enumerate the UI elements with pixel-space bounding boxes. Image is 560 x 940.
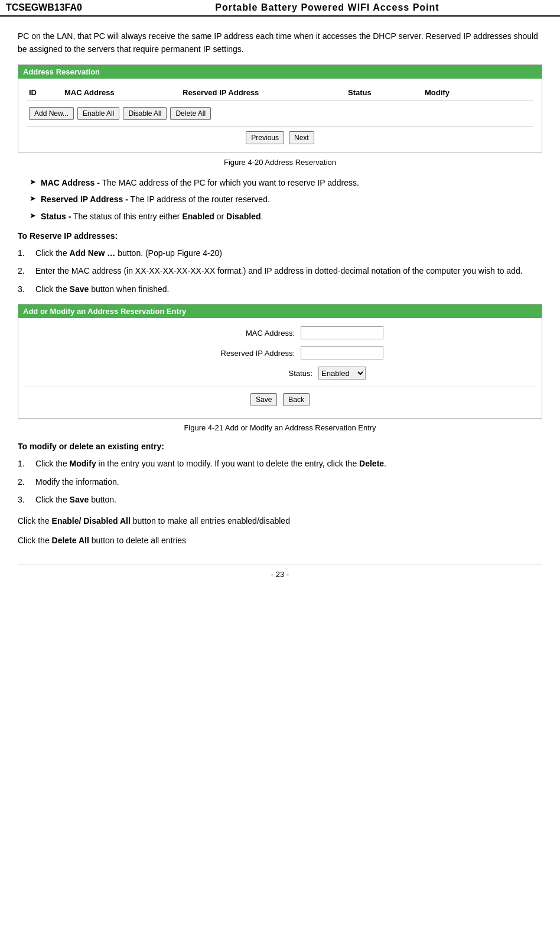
step1-1: 1. Click the Add New … button. (Pop-up F… — [18, 247, 542, 260]
reserved-ip-input[interactable] — [301, 346, 383, 359]
figure-20-box: Address Reservation ID MAC Address Reser… — [18, 64, 542, 153]
table-button-row: Add New... Enable All Disable All Delete… — [27, 101, 533, 127]
disable-all-button[interactable]: Disable All — [123, 107, 167, 120]
back-button[interactable]: Back — [283, 393, 310, 406]
steps1-list: 1. Click the Add New … button. (Pop-up F… — [18, 247, 542, 296]
step1-2-number: 2. — [18, 264, 35, 277]
step1-1-number: 1. — [18, 247, 35, 260]
col-modify-header: Modify — [425, 88, 484, 97]
figure-20-caption: Figure 4-20 Address Reservation — [18, 158, 542, 167]
para2: Click the Delete All button to delete al… — [18, 534, 542, 547]
col-mac-header: MAC Address — [64, 88, 183, 97]
add-new-button[interactable]: Add New... — [29, 107, 74, 120]
mac-address-label: MAC Address: — [177, 329, 295, 338]
step1-1-text: Click the Add New … button. (Pop-up Figu… — [35, 247, 542, 260]
reserved-ip-form-row: Reserved IP Address: — [24, 346, 536, 359]
status-select[interactable]: Enabled Disabled — [318, 367, 366, 380]
step2-2: 2. Modify the information. — [18, 475, 542, 488]
page-footer: - 23 - — [18, 565, 542, 579]
bullet-arrow-3: ➤ — [30, 211, 36, 220]
step2-3: 3. Click the Save button. — [18, 493, 542, 506]
step2-2-text: Modify the information. — [35, 475, 542, 488]
section1-heading: To Reserve IP addresses: — [18, 231, 542, 241]
step1-2: 2. Enter the MAC address (in XX-XX-XX-XX… — [18, 264, 542, 277]
figure-20-body: ID MAC Address Reserved IP Address Statu… — [18, 79, 542, 153]
bullet-item-reserved-ip: ➤ Reserved IP Address - The IP address o… — [18, 193, 542, 206]
step2-1: 1. Click the Modify in the entry you wan… — [18, 457, 542, 470]
delete-all-button[interactable]: Delete All — [170, 107, 211, 120]
step2-2-number: 2. — [18, 475, 35, 488]
pagination-row: Previous Next — [27, 127, 533, 147]
step2-3-number: 3. — [18, 493, 35, 506]
step1-3-text: Click the Save button when finished. — [35, 283, 542, 296]
bullet-arrow-1: ➤ — [30, 177, 36, 186]
figure-21-caption: Figure 4-21 Add or Modify an Address Res… — [18, 423, 542, 432]
col-reserved-header: Reserved IP Address — [183, 88, 348, 97]
mac-address-input[interactable] — [301, 326, 383, 339]
bullet-text-reserved-ip: Reserved IP Address - The IP address of … — [41, 193, 542, 206]
step1-2-text: Enter the MAC address (in XX-XX-XX-XX-XX… — [35, 264, 542, 277]
intro-paragraph: PC on the LAN, that PC will always recei… — [18, 30, 542, 56]
mac-form-row: MAC Address: — [24, 326, 536, 339]
save-button[interactable]: Save — [250, 393, 277, 406]
main-content: PC on the LAN, that PC will always recei… — [0, 24, 560, 597]
table-header-row: ID MAC Address Reserved IP Address Statu… — [27, 85, 533, 101]
section2-heading: To modify or delete an existing entry: — [18, 442, 542, 451]
device-model: TCSEGWB13FA0 — [6, 2, 100, 13]
bullet-text-status: Status - The status of this entry either… — [41, 210, 542, 223]
bullet-section: ➤ MAC Address - The MAC address of the P… — [18, 176, 542, 223]
form-footer: Save Back — [24, 387, 536, 410]
page-title: Portable Battery Powered WIFI Access Poi… — [100, 2, 554, 13]
next-button[interactable]: Next — [289, 131, 314, 144]
para1: Click the Enable/ Disabled All button to… — [18, 514, 542, 527]
page-header: TCSEGWB13FA0 Portable Battery Powered WI… — [0, 0, 560, 17]
col-status-header: Status — [348, 88, 425, 97]
figure-21-header: Add or Modify an Address Reservation Ent… — [18, 304, 542, 318]
figure-21-body: MAC Address: Reserved IP Address: Status… — [18, 318, 542, 418]
status-label: Status: — [194, 369, 312, 378]
status-form-row: Status: Enabled Disabled — [24, 367, 536, 380]
bullet-arrow-2: ➤ — [30, 194, 36, 203]
col-id-header: ID — [29, 88, 64, 97]
bullet-item-status: ➤ Status - The status of this entry eith… — [18, 210, 542, 223]
step2-1-text: Click the Modify in the entry you want t… — [35, 457, 542, 470]
steps2-list: 1. Click the Modify in the entry you wan… — [18, 457, 542, 506]
bullet-item-mac: ➤ MAC Address - The MAC address of the P… — [18, 176, 542, 189]
bullet-text-mac: MAC Address - The MAC address of the PC … — [41, 176, 542, 189]
step2-1-number: 1. — [18, 457, 35, 470]
page-number: - 23 - — [271, 570, 289, 579]
figure-20-header: Address Reservation — [18, 65, 542, 79]
reserved-ip-label: Reserved IP Address: — [177, 349, 295, 358]
step2-3-text: Click the Save button. — [35, 493, 542, 506]
figure-21-box: Add or Modify an Address Reservation Ent… — [18, 304, 542, 419]
enable-all-button[interactable]: Enable All — [77, 107, 119, 120]
previous-button[interactable]: Previous — [246, 131, 284, 144]
step1-3-number: 3. — [18, 283, 35, 296]
step1-3: 3. Click the Save button when finished. — [18, 283, 542, 296]
